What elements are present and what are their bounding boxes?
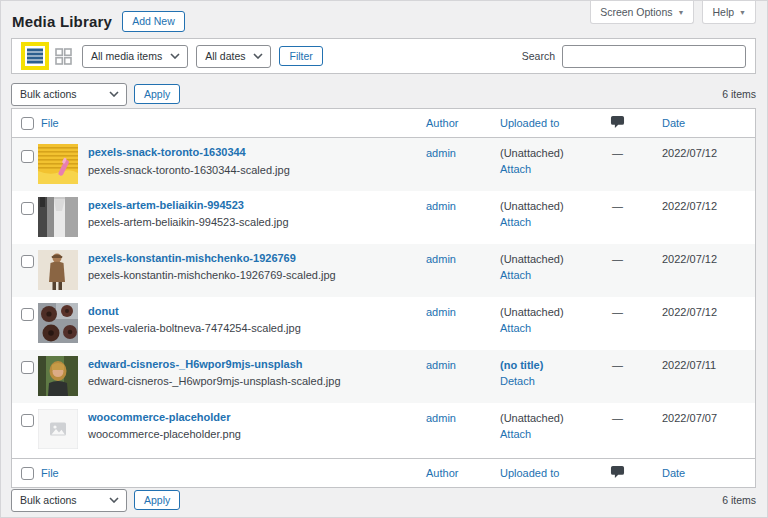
bulk-actions-select[interactable]: Bulk actions [11, 489, 127, 512]
media-title-link[interactable]: pexels-snack-toronto-1630344 [88, 146, 246, 158]
date-filter-select[interactable]: All dates [196, 45, 271, 68]
comment-count: — [606, 412, 623, 424]
media-title-link[interactable]: pexels-artem-beliaikin-994523 [88, 199, 244, 211]
add-new-button[interactable]: Add New [122, 11, 185, 32]
row-checkbox[interactable] [21, 361, 34, 374]
row-checkbox[interactable] [21, 150, 34, 163]
media-title-link[interactable]: woocommerce-placeholder [88, 411, 230, 423]
help-button[interactable]: Help ▼ [702, 1, 756, 24]
media-filename: pexels-snack-toronto-1630344-scaled.jpg [88, 164, 290, 176]
search-group: Search [522, 45, 746, 68]
author-link[interactable]: admin [426, 147, 456, 159]
row-checkbox[interactable] [21, 308, 34, 321]
author-link[interactable]: admin [426, 412, 456, 424]
uploaded-to-post-link[interactable]: (no title) [500, 359, 543, 371]
uploaded-to-status: (Unattached) [500, 412, 564, 424]
attach-link[interactable]: Attach [500, 269, 606, 281]
author-link[interactable]: admin [426, 253, 456, 265]
thumbnail[interactable] [38, 144, 78, 184]
attach-link[interactable]: Attach [500, 322, 606, 334]
media-title-link[interactable]: pexels-konstantin-mishchenko-1926769 [88, 252, 296, 264]
comment-count: — [606, 306, 623, 318]
media-filename: pexels-valeria-boltneva-7474254-scaled.j… [88, 322, 301, 334]
select-all-checkbox[interactable] [21, 467, 34, 480]
screen-options-label: Screen Options [600, 6, 672, 18]
list-view-icon[interactable] [26, 47, 44, 65]
upload-date: 2022/07/12 [662, 297, 755, 350]
table-row: pexels-artem-beliaikin-994523 pexels-art… [12, 191, 755, 244]
tablenav-top: Bulk actions Apply 6 items [11, 82, 756, 106]
chevron-down-icon: ▼ [678, 9, 685, 16]
search-input[interactable] [562, 45, 746, 68]
thumbnail[interactable] [38, 250, 78, 290]
media-filename: pexels-konstantin-mishchenko-1926769-sca… [88, 269, 336, 281]
column-header-uploaded-to[interactable]: Uploaded to [500, 117, 559, 129]
comment-count: — [606, 200, 623, 212]
upload-date: 2022/07/07 [662, 403, 755, 459]
thumbnail[interactable] [38, 356, 78, 396]
author-link[interactable]: admin [426, 306, 456, 318]
help-label: Help [712, 6, 734, 18]
select-all-checkbox[interactable] [21, 117, 34, 130]
screen-options-button[interactable]: Screen Options ▼ [590, 1, 694, 24]
comment-bubble-icon [610, 469, 625, 481]
chevron-down-icon [109, 497, 119, 503]
column-footer-uploaded-to[interactable]: Uploaded to [500, 467, 559, 479]
author-link[interactable]: admin [426, 200, 456, 212]
comment-bubble-icon [610, 119, 625, 131]
media-filename: edward-cisneros-_H6wpor9mjs-unsplash-sca… [88, 375, 341, 387]
thumbnail[interactable] [38, 409, 78, 449]
media-title-link[interactable]: donut [88, 305, 119, 317]
uploaded-to-status: (Unattached) [500, 253, 564, 265]
media-type-filter-select[interactable]: All media items [82, 45, 188, 68]
page-header: Media Library Add New [12, 11, 185, 32]
screen-meta-links: Screen Options ▼ Help ▼ [590, 1, 756, 24]
table-row: edward-cisneros-_H6wpor9mjs-unsplash edw… [12, 350, 755, 403]
author-link[interactable]: admin [426, 359, 456, 371]
comment-count: — [606, 253, 623, 265]
table-header-row: File Author Uploaded to Date [12, 109, 755, 138]
grid-view-icon[interactable] [55, 48, 72, 65]
column-header-author[interactable]: Author [426, 117, 458, 129]
row-checkbox[interactable] [21, 255, 34, 268]
column-footer-date[interactable]: Date [662, 467, 685, 479]
chevron-down-icon [109, 91, 119, 97]
items-count: 6 items [722, 494, 756, 506]
comment-count: — [606, 147, 623, 159]
attach-link[interactable]: Attach [500, 163, 606, 175]
column-footer-file[interactable]: File [41, 467, 59, 479]
apply-button[interactable]: Apply [134, 84, 180, 105]
media-type-filter-value: All media items [91, 50, 162, 62]
search-label: Search [522, 50, 555, 62]
column-footer-author[interactable]: Author [426, 467, 458, 479]
thumbnail[interactable] [38, 303, 78, 343]
page-title: Media Library [12, 13, 112, 30]
tablenav-bottom: Bulk actions Apply 6 items [11, 488, 756, 512]
bulk-actions-select[interactable]: Bulk actions [11, 83, 127, 106]
uploaded-to-status: (Unattached) [500, 147, 564, 159]
table-row: donut pexels-valeria-boltneva-7474254-sc… [12, 297, 755, 350]
chevron-down-icon [170, 53, 180, 59]
column-header-date[interactable]: Date [662, 117, 685, 129]
media-title-link[interactable]: edward-cisneros-_H6wpor9mjs-unsplash [88, 358, 303, 370]
apply-button[interactable]: Apply [134, 490, 180, 511]
attach-link[interactable]: Attach [500, 216, 606, 228]
chevron-down-icon [253, 53, 263, 59]
date-filter-value: All dates [205, 50, 245, 62]
table-footer-row: File Author Uploaded to Date [12, 459, 755, 488]
bulk-actions-value: Bulk actions [20, 88, 77, 100]
media-filename: woocommerce-placeholder.png [88, 428, 241, 440]
upload-date: 2022/07/11 [662, 350, 755, 403]
attach-link[interactable]: Attach [500, 428, 606, 440]
column-header-file[interactable]: File [41, 117, 59, 129]
detach-link[interactable]: Detach [500, 375, 606, 387]
table-row: pexels-snack-toronto-1630344 pexels-snac… [12, 138, 755, 191]
uploaded-to-status: (Unattached) [500, 200, 564, 212]
row-checkbox[interactable] [21, 414, 34, 427]
row-checkbox[interactable] [21, 202, 34, 215]
upload-date: 2022/07/12 [662, 138, 755, 191]
thumbnail[interactable] [38, 197, 78, 237]
media-filename: pexels-artem-beliaikin-994523-scaled.jpg [88, 216, 289, 228]
chevron-down-icon: ▼ [739, 9, 746, 16]
filter-button[interactable]: Filter [279, 46, 322, 67]
